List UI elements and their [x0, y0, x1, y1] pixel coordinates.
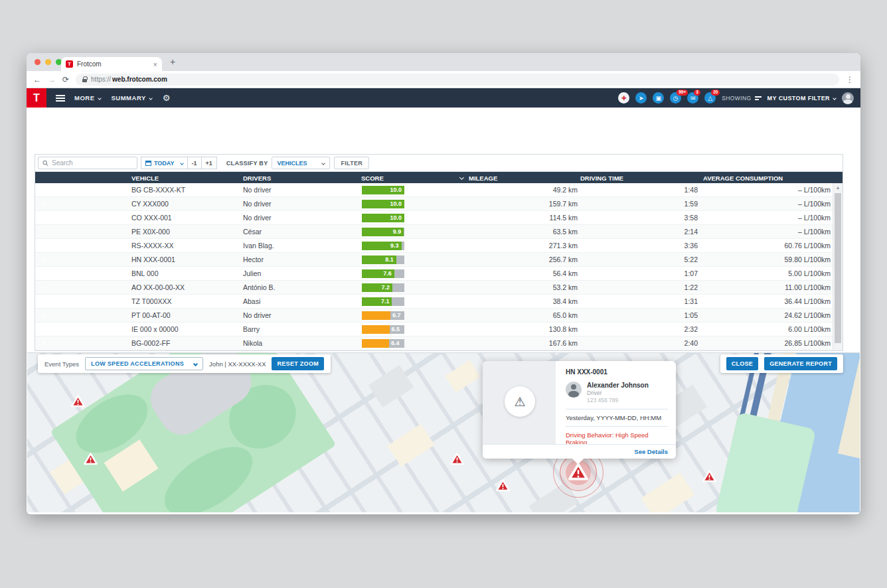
score-value: 10.0: [390, 186, 402, 194]
table-row[interactable]: BNL 000 Julien 7.6 56.4 km 1:07 5.00 L/1…: [35, 267, 843, 281]
table-row[interactable]: PE X0X-000 César 9.9 63.5 km 2:14 – L/10…: [35, 225, 843, 239]
minimize-window-button[interactable]: [45, 59, 51, 65]
menu-more[interactable]: MORE: [74, 94, 101, 102]
notification-badge: 99+: [677, 90, 688, 96]
app-header: T MORE SUMMARY ⚙ ✚➤▣◷99+✉3△20 SHOWING MY…: [27, 88, 860, 108]
selected-event-marker[interactable]: [568, 462, 588, 484]
frotcom-logo[interactable]: T: [27, 88, 46, 108]
consumption-cell: 60.76 L/100km: [703, 242, 843, 250]
score-value: 7.6: [383, 269, 392, 278]
reset-zoom-button[interactable]: RESET ZOOM: [272, 357, 324, 370]
scroll-up-icon[interactable]: ▴: [833, 183, 843, 192]
chevron-down-icon: [149, 96, 153, 100]
score-bar: 6.4: [362, 339, 404, 348]
custom-filter-dropdown[interactable]: MY CUSTOM FILTER: [767, 95, 836, 102]
table-row[interactable]: RS-XXXX-XX Ivan Blag. 9.3 271.3 km 3:36 …: [35, 239, 843, 253]
classify-by-label: CLASSIFY BY: [226, 160, 268, 167]
mileage-cell: 49.2 km: [469, 186, 580, 194]
table-toolbar: TODAY -1 +1 CLASSIFY BY VEHICLES FILTER: [35, 155, 843, 172]
score-bar: 6.5: [362, 325, 404, 334]
table-row[interactable]: BG-0002-FF Nikola 6.4 167.6 km 2:40 26.8…: [35, 336, 843, 350]
quick-launch-icon[interactable]: ➤: [635, 92, 647, 104]
filter-button[interactable]: FILTER: [334, 157, 369, 169]
column-drivers[interactable]: DRIVERS: [243, 174, 361, 182]
close-window-button[interactable]: [35, 59, 40, 65]
vehicle-cell: PE X0X-000: [131, 228, 243, 236]
driving-time-cell: 1:59: [580, 200, 703, 208]
vehicle-cell: AO XX-00-00-XX: [131, 283, 243, 291]
column-score[interactable]: SCORE: [361, 174, 469, 182]
browser-window: T Frotcom × + ← → ⟳ https:// web.frotcom…: [27, 53, 860, 514]
table-body: BG CB-XXXX-KT No driver 10.0 49.2 km 1:4…: [35, 183, 843, 350]
menu-summary[interactable]: SUMMARY: [112, 94, 152, 102]
mileage-cell: 159.7 km: [469, 200, 580, 208]
back-icon[interactable]: ←: [33, 75, 41, 84]
user-avatar[interactable]: [842, 92, 854, 104]
table-row[interactable]: IE 000 x 00000 Barry 6.5 130.8 km 2:32 6…: [35, 323, 843, 336]
settings-gear-icon[interactable]: ⚙: [163, 93, 171, 103]
alarms-icon[interactable]: △20: [704, 92, 716, 104]
score-bar: 7.6: [362, 269, 404, 278]
column-driving-time[interactable]: DRIVING TIME: [580, 174, 703, 182]
table-row[interactable]: HN XXX-0001 Hector 8.1 256.7 km 5:22 59.…: [35, 253, 843, 267]
column-vehicle[interactable]: VEHICLE: [131, 174, 243, 182]
event-timestamp: Yesterday, YYYY-MM-DD, HH:MM: [566, 414, 668, 421]
window-controls[interactable]: [35, 59, 62, 65]
table-row[interactable]: PT 00-AT-00 No driver 6.7 65.0 km 1:05 2…: [35, 309, 843, 323]
video-icon[interactable]: ▣: [653, 92, 664, 104]
event-marker[interactable]: [84, 452, 98, 469]
date-controls: TODAY -1 +1: [141, 157, 217, 169]
classify-by-select[interactable]: VEHICLES: [272, 157, 330, 169]
search-input[interactable]: [38, 157, 137, 169]
reload-icon[interactable]: ⟳: [62, 75, 69, 84]
mileage-cell: 56.4 km: [469, 269, 580, 277]
table-scrollbar[interactable]: ▴: [833, 183, 843, 350]
address-bar[interactable]: https:// web.frotcom.com: [76, 74, 839, 86]
new-tab-icon[interactable]: +: [170, 56, 175, 67]
forward-icon[interactable]: →: [48, 75, 56, 84]
chevron-down-icon: [98, 96, 102, 100]
table-row[interactable]: TZ T000XXX Abasi 7.1 38.4 km 1:31 36.44 …: [35, 295, 843, 309]
hamburger-menu-icon[interactable]: [56, 98, 65, 99]
map-toolbar: Event Types LOW SPEED ACCELERATIONS John…: [38, 354, 331, 373]
event-marker[interactable]: [450, 452, 464, 469]
browser-tab[interactable]: T Frotcom ×: [61, 57, 162, 71]
event-marker[interactable]: [496, 478, 510, 495]
vehicle-cell: BG CB-XXXX-KT: [131, 186, 243, 194]
score-bar: 10.0: [362, 214, 404, 222]
column-average-consumption[interactable]: AVERAGE CONSUMPTION: [703, 174, 843, 182]
table-row[interactable]: AO XX-00-00-XX António B. 7.2 53.2 km 1:…: [35, 281, 843, 295]
score-bar: 7.1: [362, 297, 404, 306]
driving-time-cell: 2:14: [580, 228, 703, 236]
date-minus-button[interactable]: -1: [187, 157, 202, 169]
close-button[interactable]: CLOSE: [726, 357, 759, 370]
consumption-cell: – L/100km: [703, 186, 843, 194]
support-icon[interactable]: ✚: [618, 92, 629, 104]
scrollbar-thumb[interactable]: [835, 193, 841, 343]
tab-close-icon[interactable]: ×: [153, 60, 157, 68]
popup-event-panel: ⚠: [483, 361, 556, 444]
filter-icon: [755, 95, 762, 102]
score-value: 10.0: [390, 200, 402, 208]
column-mileage[interactable]: MILEAGE: [469, 174, 580, 182]
browser-menu-icon[interactable]: ⋮: [846, 75, 854, 84]
event-marker[interactable]: [71, 394, 85, 411]
messages-icon[interactable]: ✉3: [687, 92, 698, 104]
notifications-icon[interactable]: ◷99+: [670, 92, 681, 104]
table-row[interactable]: CY XXX000 No driver 10.0 159.7 km 1:59 –…: [35, 197, 843, 211]
selected-driver-chip: John | XX-XXXX-XX: [209, 360, 266, 368]
table-row[interactable]: BG CB-XXXX-KT No driver 10.0 49.2 km 1:4…: [35, 183, 843, 197]
generate-report-button[interactable]: GENERATE REPORT: [764, 357, 837, 370]
date-plus-button[interactable]: +1: [201, 157, 217, 169]
date-picker-button[interactable]: TODAY: [141, 157, 188, 169]
event-type-select[interactable]: LOW SPEED ACCELERATIONS: [85, 357, 203, 370]
see-details-link[interactable]: See Details: [634, 448, 668, 455]
vehicle-cell: CO XXX-001: [131, 214, 243, 222]
driver-cell: Abasi: [243, 297, 361, 305]
table-row[interactable]: CO XXX-001 No driver 10.0 114.5 km 3:58 …: [35, 211, 843, 225]
score-value: 9.3: [390, 242, 399, 250]
event-marker[interactable]: [702, 469, 716, 486]
consumption-cell: – L/100km: [703, 214, 843, 222]
notification-badge: 3: [694, 90, 700, 96]
map-canvas[interactable]: Event Types LOW SPEED ACCELERATIONS John…: [27, 352, 860, 512]
